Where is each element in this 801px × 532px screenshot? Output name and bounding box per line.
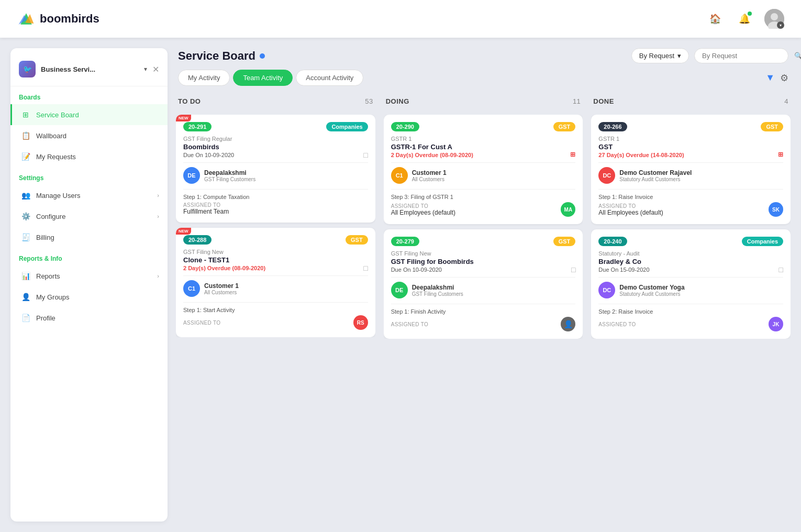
person-info-card-20-291: Deepalakshmi GST Filing Customers	[204, 169, 255, 182]
card-assigned-area-card-20-290: ASSIGNED TO All Employees (default)	[391, 203, 455, 216]
overdue-icon-card-20-266: ⊞	[778, 151, 783, 158]
tab-my-activity[interactable]: My Activity	[178, 70, 230, 86]
person-info-card-20-240: Demo Customer Yoga Statutory Audit Custo…	[619, 284, 684, 297]
board-title: Service Board	[178, 49, 265, 63]
card-header-card-20-279: 20-279 GST	[391, 237, 576, 246]
tab-bar: My ActivityTeam ActivityAccount Activity…	[176, 70, 791, 93]
main-layout: 🐦 Business Servi... ▾ ✕ Boards ⊞ Service…	[0, 38, 801, 532]
sidebar-item-icon-billing: 🧾	[20, 232, 31, 242]
card-header-card-20-288: 20-288 GST	[183, 235, 368, 245]
sidebar-item-service-board[interactable]: ⊞ Service Board	[10, 104, 168, 125]
card-card-20-240[interactable]: 20-240 Companies Statutory - Audit Bradl…	[591, 229, 791, 339]
card-type-card-20-240: Statutory - Audit	[598, 250, 783, 257]
kanban-cards-done: 20-266 GST GSTR 1 GST 27 Day(s) Overdue …	[591, 115, 791, 339]
card-header-card-20-240: 20-240 Companies	[598, 237, 783, 246]
card-type-card-20-266: GSTR 1	[598, 136, 783, 142]
sidebar-item-label-service-board: Service Board	[36, 111, 159, 119]
avatar-dropdown-icon: ▾	[777, 21, 784, 29]
sidebar-item-label-profile: Profile	[36, 314, 159, 322]
sidebar-item-manage-users[interactable]: 👥 Manage Users ›	[10, 185, 168, 206]
card-card-20-288[interactable]: NEW 20-288 GST GST Filing New Clone - TE…	[176, 228, 375, 337]
person-sub-card-20-266: Statutory Audit Customers	[619, 176, 692, 182]
user-avatar-button[interactable]: ▾	[764, 9, 784, 29]
card-card-20-266[interactable]: 20-266 GST GSTR 1 GST 27 Day(s) Overdue …	[591, 115, 791, 224]
new-ribbon-card-20-288: NEW	[176, 228, 191, 235]
card-card-20-290[interactable]: 20-290 GST GSTR 1 GSTR-1 For Cust A 2 Da…	[384, 115, 583, 224]
tab-account-activity[interactable]: Account Activity	[296, 70, 363, 86]
card-step-card-20-288: Step 1: Start Activity	[183, 307, 368, 313]
sidebar-item-icon-configure: ⚙️	[20, 211, 31, 221]
kanban-board: TO DO 53 NEW 20-291 Companies GST Filing…	[176, 93, 791, 522]
card-assigned-area-card-20-288: ASSIGNED TO	[183, 320, 220, 326]
card-assigned-label-card-20-288: ASSIGNED TO	[183, 320, 220, 326]
person-name-card-20-240: Demo Customer Yoga	[619, 284, 684, 291]
card-divider2-card-20-288	[183, 302, 368, 303]
workspace-dropdown-icon[interactable]: ▾	[144, 65, 147, 73]
search-input[interactable]	[702, 52, 790, 60]
card-divider2-card-20-240	[598, 304, 783, 304]
sidebar-item-profile[interactable]: 📄 Profile	[10, 307, 168, 328]
sidebar-item-configure[interactable]: ⚙️ Configure ›	[10, 206, 168, 227]
tab-team-activity[interactable]: Team Activity	[233, 70, 293, 86]
sidebar-item-arrow-reports: ›	[157, 273, 159, 279]
logo-area: boombirds	[17, 9, 706, 28]
card-type-card-20-279: GST Filing New	[391, 250, 576, 257]
col-count-done: 4	[784, 97, 788, 105]
sidebar-item-my-requests[interactable]: 📝 My Requests	[10, 146, 168, 167]
card-footer-card-20-290: ASSIGNED TO All Employees (default) MA	[391, 202, 576, 217]
sidebar-item-arrow-manage-users: ›	[157, 192, 159, 198]
sidebar-item-icon-reports: 📊	[20, 271, 31, 281]
board-title-text: Service Board	[178, 49, 255, 63]
sidebar-item-my-groups[interactable]: 👤 My Groups	[10, 286, 168, 307]
card-footer-card-20-266: ASSIGNED TO All Employees (default) SK	[598, 202, 783, 217]
home-button[interactable]: 🏠	[706, 9, 725, 28]
card-person-card-20-290: C1 Customer 1 All Customers	[391, 167, 576, 184]
filter-dropdown-button[interactable]: By Request ▾	[631, 48, 689, 63]
sidebar-item-icon-my-requests: 📝	[20, 151, 31, 162]
person-name-card-20-279: Deepalakshmi	[412, 284, 463, 291]
tab-buttons: My ActivityTeam ActivityAccount Activity	[178, 70, 363, 86]
card-person-card-20-266: DC Demo Customer Rajavel Statutory Audit…	[598, 167, 783, 184]
card-person-card-20-288: C1 Customer 1 All Customers	[183, 280, 368, 297]
notifications-button[interactable]: 🔔	[735, 9, 754, 28]
card-person-card-20-240: DC Demo Customer Yoga Statutory Audit Cu…	[598, 282, 783, 298]
person-sub-card-20-288: All Customers	[204, 290, 239, 295]
settings-icon-button[interactable]: ⚙	[780, 72, 788, 84]
sidebar-close-button[interactable]: ✕	[152, 64, 159, 74]
card-type-card-20-291: GST Filing Regular	[183, 136, 368, 142]
card-tag-card-20-279: GST	[553, 237, 576, 246]
card-team-card-20-266: All Employees (default)	[598, 209, 663, 216]
sidebar-item-reports[interactable]: 📊 Reports ›	[10, 265, 168, 286]
card-assigned-label-card-20-266: ASSIGNED TO	[598, 203, 663, 209]
card-assigned-area-card-20-279: ASSIGNED TO	[391, 322, 428, 327]
person-name-card-20-266: Demo Customer Rajavel	[619, 169, 692, 176]
card-card-20-291[interactable]: NEW 20-291 Companies GST Filing Regular …	[176, 115, 375, 223]
notification-dot	[748, 12, 752, 16]
person-sub-card-20-240: Statutory Audit Customers	[619, 291, 684, 297]
col-count-doing: 11	[573, 97, 581, 105]
sidebar: 🐦 Business Servi... ▾ ✕ Boards ⊞ Service…	[10, 48, 168, 522]
card-tag-card-20-291: Companies	[326, 122, 368, 131]
clock-icon-card-20-288: □	[363, 264, 368, 272]
sidebar-item-icon-wallboard: 📋	[20, 130, 31, 141]
card-card-20-279[interactable]: 20-279 GST GST Filing New GST Filing for…	[384, 229, 583, 339]
sidebar-item-wallboard[interactable]: 📋 Wallboard	[10, 125, 168, 146]
sidebar-item-billing[interactable]: 🧾 Billing	[10, 227, 168, 248]
assigned-avatar-card-20-290: MA	[561, 202, 575, 217]
card-due-card-20-288: 2 Day(s) Overdue (08-09-2020)□	[183, 265, 368, 271]
filter-icon-button[interactable]: ▼	[765, 72, 775, 83]
assigned-avatar-card-20-266: SK	[769, 202, 783, 217]
card-footer-card-20-279: ASSIGNED TO 👤	[391, 317, 576, 331]
sidebar-item-label-reports: Reports	[36, 272, 152, 280]
sidebar-section-label: Settings	[10, 167, 168, 185]
person-avatar-card-20-279: DE	[391, 282, 408, 298]
col-label-doing: DOING	[386, 97, 409, 105]
person-avatar-card-20-288: C1	[183, 280, 200, 297]
sidebar-item-label-my-groups: My Groups	[36, 293, 159, 301]
card-title-card-20-240: Bradley & Co	[598, 258, 783, 265]
person-sub-card-20-291: GST Filing Customers	[204, 176, 255, 182]
sidebar-item-label-configure: Configure	[36, 213, 152, 220]
col-label-done: DONE	[593, 97, 614, 105]
card-team-card-20-291: Fulfillment Team	[183, 208, 229, 215]
assigned-avatar-card-20-240: JK	[769, 317, 783, 331]
